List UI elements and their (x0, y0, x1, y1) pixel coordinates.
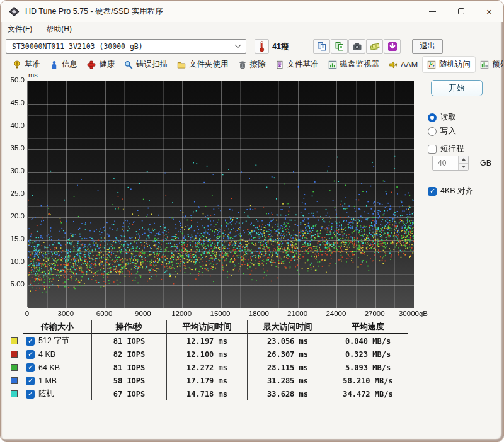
maximize-icon (458, 8, 464, 14)
series-label: 随机 (38, 388, 54, 399)
tab-file-benchmark[interactable]: 文件基准 (271, 57, 323, 72)
table-row: 512 字节 81 IOPS 12.197 ms 23.056 ms 0.040… (9, 334, 408, 348)
x-tick-label: 3000 (45, 310, 86, 317)
spinner-down-button[interactable] (459, 163, 468, 171)
avg-speed-value: 0.040 MB/s (328, 334, 408, 348)
menu-bar: 文件(F) 帮助(H) (1, 22, 503, 37)
tab-extra-tests[interactable]: 额外测试 (476, 57, 504, 72)
tab-label: AAM (401, 60, 418, 69)
tab-info[interactable]: 信息 (45, 57, 82, 72)
table-row: 随机 67 IOPS 14.718 ms 33.628 ms 34.472 MB… (9, 387, 408, 400)
panel-separator (424, 105, 497, 105)
x-tick-label: 18000 (239, 310, 279, 317)
hdtune-window: HD Tune Pro 5.75 - 硬盘/SSD 实用程序 × 文件(F) 帮… (0, 0, 504, 442)
align-4kb-checkbox[interactable] (428, 187, 437, 196)
panel-separator (424, 139, 497, 139)
read-radio-label: 读取 (440, 112, 456, 123)
tab-aam[interactable]: AAM (384, 58, 422, 72)
series-checkbox[interactable] (26, 390, 35, 399)
y-tick-label: 10.0 (3, 258, 25, 265)
copy-text-button[interactable] (313, 39, 330, 54)
scatter-canvas (28, 81, 414, 308)
x-tick-label: 9000 (123, 310, 163, 317)
tab-random-access[interactable]: 随机访问 (423, 57, 475, 72)
series-label: 64 KB (38, 363, 60, 372)
temperature-label: 41癈 (272, 42, 289, 52)
short-stroke-checkbox[interactable] (428, 145, 437, 154)
tab-erase[interactable]: 擦除 (234, 57, 270, 72)
series-swatch-cell (9, 364, 23, 371)
series-label-cell: 随机 (23, 387, 91, 400)
menu-item-help[interactable]: 帮助(H) (46, 24, 72, 35)
header-max-access: 最大访问时间 (247, 320, 328, 334)
folder-usage-icon (177, 60, 186, 69)
error-scan-icon (124, 60, 133, 69)
x-tick-label: 27000 (355, 310, 395, 317)
start-button[interactable]: 开始 (431, 80, 483, 96)
download-icon (387, 42, 398, 52)
minimize-icon (429, 11, 436, 12)
tab-folder-usage[interactable]: 文件夹使用 (173, 57, 233, 72)
close-button[interactable]: × (475, 1, 503, 22)
tab-disk-monitor[interactable]: 磁盘监视器 (324, 57, 384, 72)
series-checkbox[interactable] (26, 350, 35, 359)
spinner-up-button[interactable] (459, 156, 468, 163)
avg-access-value: 17.179 ms (166, 374, 247, 387)
camera-icon (352, 42, 362, 52)
drive-select[interactable]: ST30000NT011-3V2103 (30000 gB) (6, 39, 246, 54)
toolbar: ST30000NT011-3V2103 (30000 gB) 41癈 (1, 37, 503, 56)
avg-speed-value: 0.323 MB/s (328, 348, 408, 361)
short-stroke-option: 短行程 (428, 144, 464, 154)
maximize-button[interactable] (447, 1, 475, 22)
title-bar: HD Tune Pro 5.75 - 硬盘/SSD 实用程序 × (1, 1, 503, 22)
tab-label: 文件夹使用 (189, 59, 229, 70)
series-label-cell: 512 字节 (23, 334, 91, 348)
table-row: 1 MB 58 IOPS 17.179 ms 31.285 ms 58.210 … (9, 374, 408, 387)
series-label-cell: 64 KB (23, 361, 91, 374)
read-radio[interactable] (428, 113, 437, 122)
exit-button[interactable]: 退出 (412, 39, 443, 54)
menu-item-file[interactable]: 文件(F) (8, 24, 32, 35)
extra-tests-icon (480, 60, 489, 69)
screenshot-button[interactable] (348, 39, 365, 54)
table-row: 4 KB 82 IOPS 12.100 ms 26.307 ms 0.323 M… (9, 348, 408, 361)
tab-benchmark[interactable]: 基准 (8, 57, 45, 72)
window-title: HD Tune Pro 5.75 - 硬盘/SSD 实用程序 (25, 6, 163, 17)
write-radio[interactable] (428, 127, 437, 136)
tab-label: 错误扫描 (136, 59, 168, 70)
series-checkbox[interactable] (26, 377, 35, 385)
x-tick-label: 30000gB (393, 310, 433, 317)
x-tick-label: 12000 (161, 310, 202, 317)
y-tick-label: 50.0 (3, 76, 25, 84)
avg-access-value: 12.100 ms (166, 348, 247, 361)
drive-select-value: ST30000NT011-3V2103 (30000 gB) (12, 42, 143, 51)
tab-health[interactable]: 健康 (83, 57, 119, 72)
y-tick-label: 20.0 (3, 212, 25, 220)
benchmark-icon (13, 60, 21, 69)
short-stroke-label: 短行程 (440, 144, 464, 154)
series-swatch (11, 377, 18, 384)
tab-error-scan[interactable]: 错误扫描 (120, 57, 172, 72)
avg-access-value: 14.718 ms (166, 387, 247, 400)
purchase-button[interactable] (366, 39, 383, 54)
temperature-button[interactable] (255, 39, 269, 54)
avg-speed-value: 34.472 MB/s (328, 387, 408, 400)
max-access-value: 33.628 ms (247, 387, 328, 400)
x-tick-label: 21000 (277, 310, 318, 317)
read-option: 读取 (428, 112, 456, 123)
erase-icon (238, 60, 247, 69)
series-checkbox[interactable] (26, 337, 35, 346)
series-label-cell: 1 MB (23, 374, 91, 387)
tab-label: 信息 (62, 59, 77, 70)
capacity-spinner[interactable]: 40 (432, 156, 469, 171)
results-table: 传输大小 操作/秒 平均访问时间 最大访问时间 平均速度 512 字节 81 I… (9, 320, 408, 400)
series-checkbox[interactable] (26, 363, 35, 372)
y-tick-label: 30.0 (3, 167, 25, 174)
tab-bar: 基准 信息 健康 错误扫描 文件夹使用 擦除 文件基准 磁盘监视器 (1, 56, 503, 73)
update-button[interactable] (384, 39, 401, 54)
copy-image-button[interactable] (331, 39, 348, 54)
series-swatch-cell (9, 390, 23, 397)
series-label-cell: 4 KB (23, 348, 91, 361)
minimize-button[interactable] (418, 1, 447, 22)
header-avg-speed: 平均速度 (328, 320, 408, 334)
